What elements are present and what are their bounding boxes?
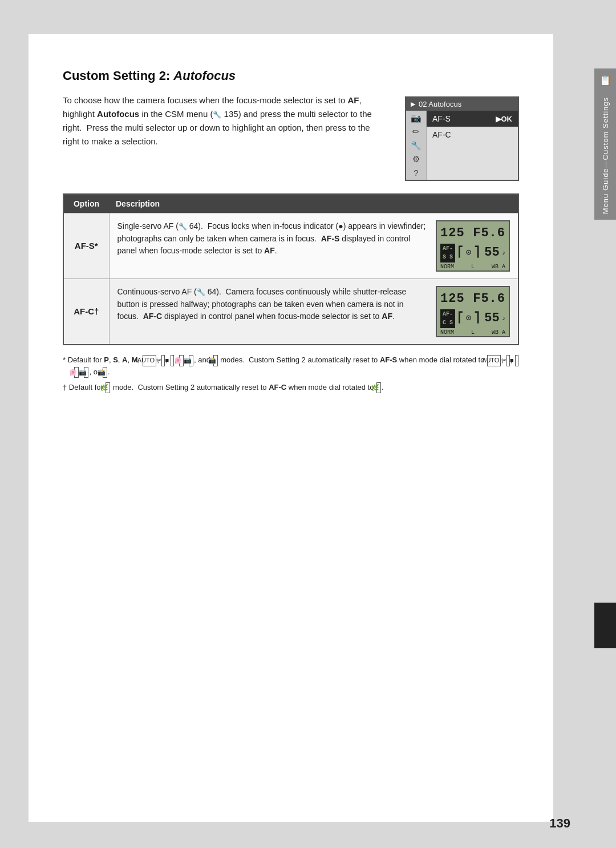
footnote-star: * Default for P, S, A, M, AUTO, ✂, ■, 🌸,… [63,354,519,378]
intro-text: To choose how the camera focuses when th… [63,94,388,148]
title-italic: Autofocus [173,68,236,83]
lcd-afc: 125 F5.6 AF-C S ⎡ ⊙ ⎤ 55 ♪ [436,286,510,337]
lcd-afc-l: L [471,328,475,337]
lcd-afs-target-icon: ⊙ [466,246,472,260]
camera-menu-body: 📷 ✏ 🔧 ⚙ ? AF-S ▶OK AF-C [406,111,518,180]
camera-menu-row-afc: AF-C [427,127,518,143]
lcd-afc-mode: AF-C S [440,309,455,328]
lcd-afs-middle: AF-S S ⎡ ⊙ ⎤ 55 ♪ [440,243,505,263]
option-afc-desc-cell: Continuous-servo AF (🔧 64). Camera focus… [109,279,518,345]
page-number: 139 [549,816,570,831]
table-row-afc: AF-C† Continuous-servo AF (🔧 64). Camera… [63,279,518,345]
camera-menu: ▶ 02 Autofocus 📷 ✏ 🔧 ⚙ ? AF-S ▶OK [405,96,519,181]
menu-icon-camera: 📷 [411,113,422,123]
lcd-afs: 125 F5.6 AF-S S ⎡ ⊙ ⎤ 55 ♪ [436,220,510,272]
lcd-afs-f56: F5.6 [473,224,505,243]
afs-desc-wrapper: Single-servo AF (🔧 64). Focus locks when… [117,220,510,272]
afs-label: AF-S [432,114,451,123]
page-title: Custom Setting 2: Autofocus [63,68,519,83]
page-container: Custom Setting 2: Autofocus To choose ho… [29,34,553,822]
camera-menu-header: ▶ 02 Autofocus [406,98,518,111]
sidebar-tab-text: Menu Guide—Custom Settings [601,97,610,214]
lcd-afs-wb: WB A [492,263,505,272]
afc-label: AF-C [432,130,451,139]
lcd-afc-middle: AF-C S ⎡ ⊙ ⎤ 55 ♪ [440,309,505,328]
title-prefix: Custom Setting 2: [63,68,173,83]
lcd-afs-bottom: NORM L WB A [440,263,505,272]
lcd-afc-note: ♪ [502,314,506,324]
sidebar-black-rect [594,603,616,648]
option-afc-label: AF-C† [63,279,109,345]
lcd-afs-norm: NORM [440,263,454,272]
table-header-row: Option Description [63,194,518,213]
menu-icon-question: ? [414,168,418,177]
lcd-afc-bracket-left: ⎡ [457,310,464,326]
lcd-afc-target-icon: ⊙ [466,312,472,326]
lcd-afc-f56: F5.6 [473,289,505,309]
menu-icon-settings: ⚙ [412,154,420,164]
lcd-afs-bignum: 55 [484,243,499,263]
lcd-afc-bracket-right: ⎤ [474,310,480,326]
intro-section: To choose how the camera focuses when th… [63,94,519,181]
camera-menu-icon-col: 📷 ✏ 🔧 ⚙ ? [406,111,427,180]
lcd-afs-125: 125 [440,224,465,243]
afc-desc-text: Continuous-servo AF (🔧 64). Camera focus… [117,286,428,323]
sidebar-tab: 📋 Menu Guide—Custom Settings [594,68,616,220]
lcd-afc-bottom: NORM L WB A [440,328,505,337]
lcd-afc-norm: NORM [440,328,454,337]
afs-desc-text: Single-servo AF (🔧 64). Focus locks when… [117,220,428,257]
afc-desc-wrapper: Continuous-servo AF (🔧 64). Camera focus… [117,286,510,337]
lcd-afc-wb: WB A [492,328,505,337]
main-content: Custom Setting 2: Autofocus To choose ho… [63,68,519,393]
sidebar-tab-icon: 📋 [599,74,611,87]
lcd-afs-l: L [471,263,475,272]
option-afs-label: AF-S* [63,213,109,279]
footer-notes: * Default for P, S, A, M, AUTO, ✂, ■, 🌸,… [63,354,519,393]
lcd-afs-note: ♪ [502,248,506,258]
col-description-header: Description [109,194,518,213]
lcd-afs-mode: AF-S S [440,244,455,263]
col-option-header: Option [63,194,109,213]
lcd-afc-top: 125 F5.6 [440,289,505,309]
play-icon: ▶ [411,100,415,108]
lcd-afs-top: 125 F5.6 [440,224,505,243]
option-afs-desc-cell: Single-servo AF (🔧 64). Focus locks when… [109,213,518,279]
camera-menu-row-afs: AF-S ▶OK [427,111,518,127]
camera-menu-rows: AF-S ▶OK AF-C [427,111,518,180]
camera-menu-title: 02 Autofocus [419,100,461,108]
menu-icon-pencil: ✏ [412,127,420,137]
lcd-afc-125: 125 [440,289,465,309]
lcd-afc-bignum: 55 [484,309,499,328]
menu-icon-wrench: 🔧 [411,140,422,151]
footnote-dagger: † Default for 🌿 mode. Custom Setting 2 a… [63,382,519,394]
ok-arrow: ▶OK [496,115,513,123]
lcd-afs-bracket-right: ⎤ [474,245,480,261]
lcd-afs-bracket-left: ⎡ [457,245,464,261]
table-row-afs: AF-S* Single-servo AF (🔧 64). Focus lock… [63,213,518,279]
options-table: Option Description AF-S* Single-servo AF… [63,193,519,345]
